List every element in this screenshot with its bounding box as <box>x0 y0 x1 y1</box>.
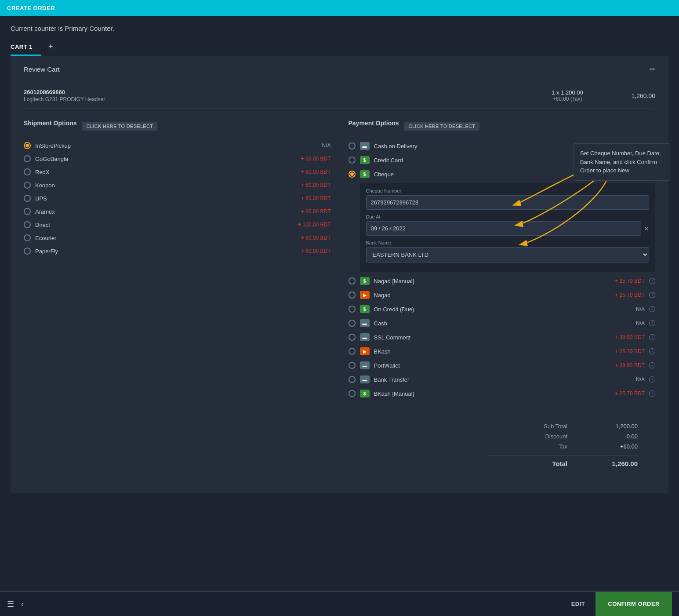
payment-label-3: Nagad [Manual] <box>374 278 601 284</box>
payment-price-8: + 25.70 BDT <box>605 348 645 354</box>
radio-shipment-3[interactable] <box>24 182 31 189</box>
shipment-option-6[interactable]: Direct + 100.00 BDT <box>24 218 331 231</box>
shipment-price-5: + 60.00 BDT <box>291 208 331 215</box>
tax-value: +60.00 <box>594 443 638 450</box>
radio-shipment-8[interactable] <box>24 248 31 255</box>
radio-payment-8[interactable] <box>349 348 356 355</box>
shipment-price-4: + 60.00 BDT <box>291 195 331 201</box>
payment-info-icon-8[interactable]: i <box>649 348 655 354</box>
shipment-option-7[interactable]: Ecourier + 60.00 BDT <box>24 231 331 244</box>
radio-shipment-6[interactable] <box>24 221 31 228</box>
radio-payment-10[interactable] <box>349 376 356 383</box>
subtotal-value: 1,200.00 <box>594 423 638 430</box>
radio-shipment-1[interactable] <box>24 155 31 162</box>
radio-payment-11[interactable] <box>349 390 356 397</box>
payment-icon-4: ▶ <box>360 291 370 299</box>
payment-option-11[interactable]: $ BKash [Manual] + 25.70 BDT i <box>349 386 656 401</box>
payment-option-4[interactable]: ▶ Nagad + 25.70 BDT i <box>349 288 656 302</box>
shipment-label-1: GoGoBangla <box>35 156 287 162</box>
radio-shipment-7[interactable] <box>24 234 31 241</box>
radio-payment-0[interactable] <box>349 142 356 149</box>
payment-icon-3: $ <box>360 277 370 285</box>
payment-option-6[interactable]: ▬ Cash N/A i <box>349 316 656 330</box>
options-columns: Shipment Options CLICK HERE TO DESELECT … <box>24 120 655 401</box>
payment-info-icon-9[interactable]: i <box>649 362 655 368</box>
cheque-bank-select[interactable]: EASTERN BANK LTDDUTCH-BANGLA BANKBRAC BA… <box>366 247 650 262</box>
grand-total-row: Total 1,260.00 <box>488 455 638 467</box>
radio-payment-9[interactable] <box>349 362 356 369</box>
payment-info-icon-6[interactable]: i <box>649 320 655 326</box>
cheque-due-label: Due At <box>366 214 650 219</box>
cart-tab[interactable]: CART 1 <box>11 39 41 56</box>
back-icon[interactable]: ‹ <box>21 600 23 608</box>
radio-shipment-0[interactable] <box>24 142 31 149</box>
shipment-label-2: RedX <box>35 169 287 175</box>
payment-option-3[interactable]: $ Nagad [Manual] + 25.70 BDT i <box>349 274 656 288</box>
shipment-deselect-button[interactable]: CLICK HERE TO DESELECT <box>82 122 158 131</box>
payment-label-11: BKash [Manual] <box>374 390 601 397</box>
shipment-label-3: Koopon <box>35 182 287 189</box>
radio-shipment-2[interactable] <box>24 168 31 175</box>
edit-button[interactable]: EDIT <box>561 592 596 616</box>
payment-info-icon-3[interactable]: i <box>649 278 655 284</box>
subtotal-label: Sub Total <box>532 423 567 430</box>
cart-section: Review Cart ✏ 2601208669860 Logitech G23… <box>11 56 668 493</box>
add-tab-button[interactable]: + <box>45 42 57 51</box>
payment-option-5[interactable]: $ On Credit (Due) N/A i <box>349 302 656 316</box>
radio-payment-7[interactable] <box>349 334 356 341</box>
shipment-option-3[interactable]: Koopon + 60.00 BDT <box>24 179 331 192</box>
radio-payment-3[interactable] <box>349 277 356 284</box>
tabs-row: CART 1 + <box>11 39 668 56</box>
cheque-due-clear[interactable]: ✕ <box>644 225 649 232</box>
cheque-number-field: Cheque Number <box>366 188 650 210</box>
payment-deselect-button[interactable]: CLICK HERE TO DESELECT <box>404 122 480 131</box>
payment-label-10: Bank Transfer <box>374 376 601 383</box>
shipment-label-0: InStorePickup <box>35 142 287 149</box>
payment-option-9[interactable]: ▬ PortWallet + 38.93 BDT i <box>349 358 656 372</box>
radio-payment-1[interactable] <box>349 157 356 164</box>
tooltip-box: Set Cheque Number, Due Date, Bank Name, … <box>574 143 670 181</box>
payment-option-10[interactable]: ▬ Bank Transfer N/A i <box>349 372 656 386</box>
total-value: 1,260.00 <box>594 460 638 467</box>
shipment-column: Shipment Options CLICK HERE TO DESELECT … <box>24 120 331 401</box>
radio-payment-4[interactable] <box>349 292 356 299</box>
payment-price-10: N/A <box>605 376 645 383</box>
shipment-title: Shipment Options <box>24 120 77 127</box>
confirm-order-button[interactable]: CONFIRM ORDER <box>595 592 672 616</box>
cheque-due-input[interactable] <box>366 221 642 236</box>
bottom-left-icons: ☰ ‹ <box>7 599 23 609</box>
cart-item: 2601208669860 Logitech G231 PRODIGY Head… <box>24 85 655 109</box>
shipment-price-8: + 60.00 BDT <box>291 248 331 254</box>
payment-info-icon-11[interactable]: i <box>649 390 655 397</box>
payment-option-8[interactable]: ▶ BKash + 25.70 BDT i <box>349 344 656 358</box>
shipment-option-8[interactable]: PaperFly + 60.00 BDT <box>24 244 331 258</box>
payment-icon-9: ▬ <box>360 361 370 369</box>
payment-info-icon-5[interactable]: i <box>649 306 655 312</box>
payment-label-1: Credit Card <box>374 157 601 164</box>
radio-payment-6[interactable] <box>349 320 356 327</box>
payment-icon-11: $ <box>360 390 370 397</box>
shipment-option-2[interactable]: RedX + 60.00 BDT <box>24 165 331 179</box>
radio-payment-2[interactable] <box>349 171 356 178</box>
radio-shipment-4[interactable] <box>24 195 31 202</box>
shipment-price-7: + 60.00 BDT <box>291 235 331 241</box>
shipment-option-1[interactable]: GoGoBangla + 60.00 BDT <box>24 152 331 165</box>
payment-option-7[interactable]: ▬ SSL Commerz + 38.93 BDT i <box>349 330 656 344</box>
shipment-option-5[interactable]: Aramex + 60.00 BDT <box>24 205 331 218</box>
edit-pencil-icon[interactable]: ✏ <box>650 65 655 73</box>
hamburger-icon[interactable]: ☰ <box>7 599 14 609</box>
payment-price-9: + 38.93 BDT <box>605 362 645 368</box>
shipment-label-7: Ecourier <box>35 235 287 241</box>
cheque-number-input[interactable] <box>366 195 650 210</box>
payment-icon-5: $ <box>360 305 370 313</box>
radio-payment-5[interactable] <box>349 306 356 313</box>
payment-info-icon-7[interactable]: i <box>649 334 655 340</box>
cart-item-name: Logitech G231 PRODIGY Headset <box>24 96 532 102</box>
total-label: Total <box>532 460 567 467</box>
payment-info-icon-4[interactable]: i <box>649 292 655 298</box>
shipment-option-0[interactable]: InStorePickup N/A <box>24 139 331 152</box>
payment-info-icon-10[interactable]: i <box>649 376 655 383</box>
tax-label: Tax <box>532 443 567 450</box>
radio-shipment-5[interactable] <box>24 208 31 215</box>
shipment-option-4[interactable]: UPS + 60.00 BDT <box>24 192 331 205</box>
